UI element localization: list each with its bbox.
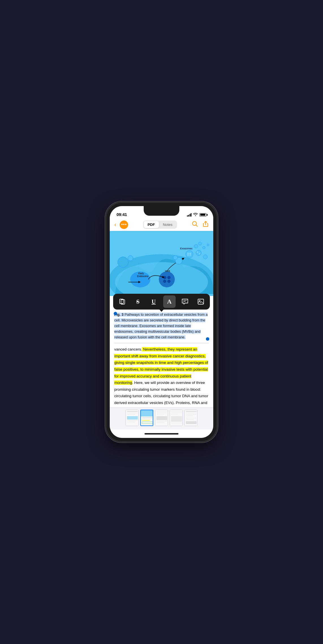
strikethrough-icon: S — [136, 299, 139, 305]
thumbnail-3[interactable] — [155, 410, 168, 426]
wifi-icon — [193, 213, 198, 217]
tab-notes[interactable]: Notes — [159, 221, 176, 228]
svg-rect-40 — [127, 414, 135, 415]
content-area[interactable]: Early Endosome MVB — [110, 231, 213, 407]
svg-point-14 — [187, 253, 189, 254]
svg-point-28 — [128, 256, 133, 261]
image-tool-button[interactable] — [195, 295, 207, 308]
cell-diagram: Early Endosome MVB — [110, 231, 213, 296]
svg-text:Exosomes: Exosomes — [180, 247, 193, 250]
svg-rect-47 — [142, 419, 153, 419]
fig-caption: Fig. 3 Pathways to secretion of extracel… — [110, 312, 213, 340]
more-options-button[interactable]: ••• — [120, 221, 128, 229]
svg-point-18 — [196, 250, 201, 256]
svg-rect-49 — [142, 422, 153, 424]
nav-right — [192, 221, 209, 228]
svg-point-27 — [118, 257, 128, 268]
svg-point-10 — [163, 280, 166, 283]
svg-text:Endosome: Endosome — [137, 275, 149, 278]
svg-rect-39 — [127, 413, 138, 413]
svg-rect-38 — [127, 411, 138, 412]
svg-rect-54 — [156, 414, 164, 414]
svg-rect-61 — [171, 414, 177, 414]
phone-screen: 09:41 ‹ — [110, 206, 213, 438]
svg-text:Early: Early — [138, 272, 144, 275]
fig-caption-selected: Fig. 3 Pathways to secretion of extracel… — [114, 313, 208, 339]
svg-point-16 — [187, 254, 189, 256]
text-selection-handle-left[interactable] — [114, 312, 117, 315]
svg-point-23 — [203, 246, 205, 249]
body-text: vanced cancers. Nevertheless, they repre… — [110, 346, 213, 407]
svg-point-19 — [197, 251, 198, 253]
svg-rect-66 — [186, 413, 197, 413]
svg-rect-45 — [141, 410, 153, 416]
back-button[interactable]: ‹ — [114, 221, 116, 228]
svg-rect-70 — [186, 419, 194, 420]
svg-rect-69 — [186, 418, 197, 418]
section-divider — [114, 343, 209, 343]
svg-rect-42 — [127, 420, 138, 421]
svg-rect-55 — [156, 416, 167, 420]
svg-rect-62 — [171, 416, 182, 422]
svg-rect-46 — [142, 417, 153, 418]
svg-rect-68 — [186, 416, 193, 416]
status-icons — [187, 213, 207, 217]
thumbnail-5[interactable] — [184, 410, 197, 426]
svg-rect-67 — [186, 414, 197, 415]
svg-point-11 — [167, 280, 171, 283]
search-button[interactable] — [192, 221, 198, 228]
pdf-notes-segment: PDF Notes — [143, 221, 177, 229]
text-color-tool-button[interactable]: A — [163, 295, 176, 308]
svg-rect-52 — [156, 411, 167, 412]
svg-rect-53 — [156, 412, 167, 413]
annotation-toolbar: S U A — [113, 294, 210, 310]
notch — [144, 206, 179, 216]
svg-rect-71 — [186, 421, 197, 424]
strikethrough-tool-button[interactable]: S — [132, 295, 144, 308]
underline-icon: U — [152, 299, 156, 305]
svg-rect-43 — [127, 422, 135, 422]
nav-left: ‹ ••• — [114, 221, 128, 229]
svg-rect-60 — [171, 412, 182, 413]
share-button[interactable] — [203, 221, 209, 228]
svg-rect-65 — [186, 411, 197, 412]
nav-bar: ‹ ••• PDF Notes — [110, 219, 213, 231]
svg-point-13 — [186, 250, 193, 258]
text-selection-handle-right[interactable] — [206, 337, 209, 341]
thumbnail-4[interactable] — [170, 410, 183, 426]
signal-bars-icon — [187, 213, 192, 217]
highlighted-text: Nevertheless, they represent an importan… — [114, 347, 208, 385]
home-indicator[interactable] — [110, 429, 213, 438]
svg-point-8 — [163, 276, 166, 279]
status-time: 09:41 — [117, 212, 127, 217]
battery-icon — [199, 213, 206, 217]
svg-point-24 — [198, 242, 201, 245]
thumbnail-1[interactable] — [126, 410, 139, 426]
home-bar — [145, 433, 178, 435]
svg-point-30 — [173, 256, 177, 260]
scroll-content: Early Endosome MVB — [110, 231, 213, 407]
svg-point-20 — [199, 253, 200, 254]
underline-tool-button[interactable]: U — [147, 295, 160, 308]
svg-rect-57 — [156, 422, 165, 423]
svg-point-7 — [159, 271, 175, 287]
svg-line-1 — [196, 225, 197, 227]
tab-pdf[interactable]: PDF — [144, 221, 159, 228]
svg-point-21 — [194, 244, 198, 248]
svg-rect-59 — [171, 411, 182, 412]
svg-point-25 — [207, 244, 209, 246]
svg-rect-56 — [156, 421, 167, 422]
thumbnail-2[interactable] — [140, 410, 153, 426]
svg-rect-63 — [171, 423, 182, 423]
svg-rect-50 — [142, 425, 153, 425]
svg-rect-48 — [142, 420, 150, 421]
page-thumbnails — [110, 407, 213, 429]
svg-point-15 — [190, 254, 191, 256]
svg-rect-41 — [127, 416, 138, 420]
more-dots-icon: ••• — [121, 222, 127, 227]
phone-frame: 09:41 ‹ — [106, 203, 217, 441]
comment-tool-button[interactable] — [179, 295, 191, 308]
fig-caption-text: Pathways to secretion of extracellular v… — [114, 313, 208, 339]
svg-point-17 — [190, 253, 191, 254]
duplicate-tool-button[interactable] — [116, 295, 128, 308]
